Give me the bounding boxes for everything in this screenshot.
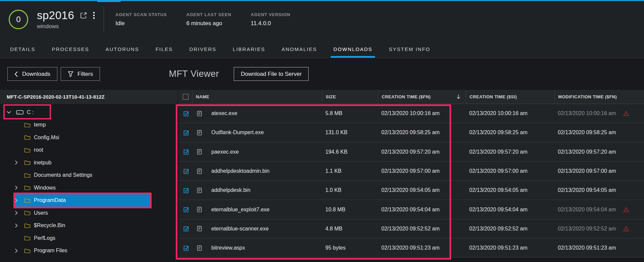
file-document-icon <box>197 245 202 251</box>
cell-name[interactable]: bitreview.aspx <box>192 245 322 251</box>
warning-triangle-icon[interactable] <box>623 226 629 231</box>
cell-modification-time-fn-value: 02/13/2020 09:51:23 am <box>558 245 616 251</box>
cell-name[interactable]: eternalblue_exploit7.exe <box>192 207 322 213</box>
main-content: MFT-C-SP2016-2020-02-13T10-41-13-812Z C … <box>0 90 644 262</box>
cell-modification-time-fn-value: 02/13/2020 09:58:25 am <box>558 129 616 136</box>
tab-system-info[interactable]: SYSTEM INFO <box>389 46 430 58</box>
chevron-right-icon[interactable] <box>15 186 22 190</box>
cell-creation-time-si: 02/13/2020 09:51:23 am <box>466 245 554 251</box>
tab-anomalies[interactable]: ANOMALIES <box>281 46 317 58</box>
tree-item-c[interactable]: C : <box>0 106 152 119</box>
header-divider <box>104 7 104 32</box>
cell-checkbox <box>178 188 192 193</box>
tab-drivers[interactable]: DRIVERS <box>189 46 216 58</box>
cell-name[interactable]: addhelpdesk.bin <box>192 187 322 193</box>
cell-name[interactable]: paexec.exe <box>192 149 322 155</box>
tab-details[interactable]: DETAILS <box>10 46 35 58</box>
chevron-right-icon[interactable] <box>15 198 22 203</box>
tree-item-programdata[interactable]: ProgramData <box>15 194 152 207</box>
chevron-right-icon[interactable] <box>15 223 22 228</box>
file-table-body: atexec.exe5.8 MB02/13/2020 10:00:16 am02… <box>178 104 644 258</box>
tree-item-program-files[interactable]: Program Files <box>15 245 152 257</box>
host-identity: sp2016 windows <box>37 9 95 30</box>
risk-score-badge[interactable]: 0 <box>9 10 28 29</box>
table-row: addhelpdesktoadmin.bin1.1 KB02/13/2020 0… <box>178 162 644 181</box>
header-cell-name[interactable]: NAME <box>192 90 322 104</box>
file-document-icon <box>197 168 202 174</box>
tree-item-label: temp <box>34 122 46 128</box>
cell-name[interactable]: atexec.exe <box>192 110 322 116</box>
row-checkbox-checked[interactable] <box>183 111 189 116</box>
row-checkbox-checked[interactable] <box>183 130 189 136</box>
cell-size-value: 4.8 MB <box>325 226 342 232</box>
folder-icon <box>24 248 31 253</box>
warning-triangle-icon[interactable] <box>623 207 629 212</box>
cell-creation-time-si-value: 02/13/2020 09:57:00 am <box>469 168 527 174</box>
tree-item-label: Config.Msi <box>34 135 59 141</box>
folder-icon <box>24 210 31 215</box>
file-document-icon <box>197 207 202 212</box>
row-checkbox-checked[interactable] <box>183 188 189 193</box>
tab-files[interactable]: FILES <box>156 46 173 58</box>
tree-item-label: Documents and Settings <box>34 172 92 178</box>
cell-size-value: 194.6 KB <box>325 149 347 155</box>
cell-size: 5.8 MB <box>322 110 378 116</box>
mft-sidebar: MFT-C-SP2016-2020-02-13T10-41-13-812Z C … <box>0 90 178 262</box>
row-checkbox-checked[interactable] <box>183 207 189 212</box>
sort-descending-icon[interactable] <box>457 94 461 99</box>
tree-item-root[interactable]: root <box>15 144 152 157</box>
header-cell-size[interactable]: SIZE <box>322 90 378 104</box>
file-tree: C :tempConfig.MsirootinetpubDocuments an… <box>0 104 152 257</box>
cell-modification-time-fn: 02/13/2020 09:54:04 am <box>554 207 644 213</box>
top-accent-line <box>0 0 644 1</box>
cell-name[interactable]: addhelpdesktoadmin.bin <box>192 168 322 174</box>
chevron-right-icon[interactable] <box>15 160 22 165</box>
row-checkbox-checked[interactable] <box>183 245 189 251</box>
tree-item-recycle-bin[interactable]: $Recycle.Bin <box>15 219 152 232</box>
tab-autoruns[interactable]: AUTORUNS <box>106 46 139 58</box>
cell-size-value: 5.8 MB <box>325 110 342 116</box>
cell-creation-time-si: 02/13/2020 09:57:00 am <box>466 168 554 174</box>
tree-item-inetpub[interactable]: inetpub <box>15 156 152 169</box>
filters-button[interactable]: Filters <box>61 67 100 81</box>
header-cell-creation-time-si[interactable]: CREATION TIME ($SI) <box>466 90 554 104</box>
table-row: bitreview.aspx95 bytes02/13/2020 09:51:2… <box>178 239 644 258</box>
download-file-to-server-button[interactable]: Download File to Server <box>234 67 309 81</box>
host-name: sp2016 <box>37 9 74 22</box>
cell-creation-time-si: 02/13/2020 10:00:16 am <box>466 110 554 116</box>
cell-creation-time-si-value: 02/13/2020 09:51:23 am <box>469 245 527 251</box>
tab-libraries[interactable]: LIBRARIES <box>233 46 265 58</box>
row-checkbox-checked[interactable] <box>183 226 189 231</box>
tree-item-temp[interactable]: temp <box>15 119 152 132</box>
field-value: Idle <box>115 20 167 27</box>
row-checkbox-checked[interactable] <box>183 149 189 155</box>
tree-item-config-msi[interactable]: Config.Msi <box>15 131 152 144</box>
tree-item-perflogs[interactable]: PerfLogs <box>15 232 152 245</box>
cell-modification-time-fn: 02/13/2020 09:52:52 am <box>554 226 644 232</box>
row-checkbox-checked[interactable] <box>183 168 189 174</box>
cell-creation-time-fn-value: 02/13/2020 09:51:23 am <box>381 245 439 251</box>
header-cell-creation-time-fn[interactable]: CREATION TIME ($FN) <box>378 90 466 104</box>
cell-creation-time-si: 02/13/2020 09:54:04 am <box>466 207 554 213</box>
select-all-checkbox[interactable] <box>183 94 189 100</box>
more-options-kebab-icon[interactable] <box>93 11 95 19</box>
file-document-icon <box>197 149 202 155</box>
tab-downloads[interactable]: DOWNLOADS <box>333 46 372 58</box>
warning-triangle-icon[interactable] <box>623 111 629 116</box>
cell-name[interactable]: eternalblue-scanner.exe <box>192 226 322 232</box>
chevron-right-icon[interactable] <box>15 211 22 215</box>
chevron-down-icon[interactable] <box>7 111 14 114</box>
folder-icon <box>24 173 31 178</box>
cell-name[interactable]: Outflank-Dumpert.exe <box>192 129 322 136</box>
tab-processes[interactable]: PROCESSES <box>52 46 89 58</box>
tree-item-windows[interactable]: Windows <box>15 181 152 194</box>
open-in-new-icon[interactable] <box>79 11 88 19</box>
cell-modification-time-fn-value: 02/13/2020 09:54:04 am <box>558 207 616 213</box>
tree-item-users[interactable]: Users <box>15 207 152 219</box>
chevron-right-icon[interactable] <box>15 249 22 253</box>
tree-item-documents-and-settings[interactable]: Documents and Settings <box>15 169 152 182</box>
agent-fields: AGENT SCAN STATUS Idle AGENT LAST SEEN 6… <box>115 12 290 27</box>
header-cell-modification-time-fn[interactable]: MODIFICATION TIME ($FN) <box>554 90 644 104</box>
back-downloads-button[interactable]: Downloads <box>7 67 57 81</box>
file-document-icon <box>197 188 202 193</box>
